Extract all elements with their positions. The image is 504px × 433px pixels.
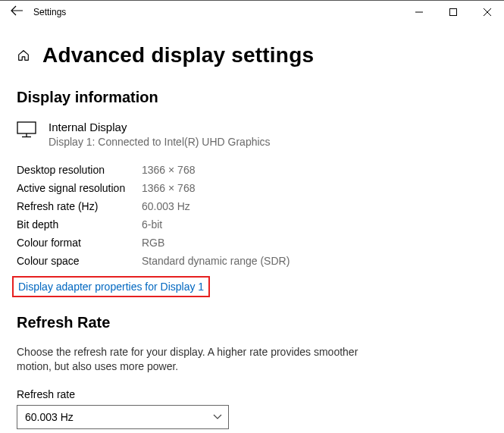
highlight-box: Display adapter properties for Display 1 [12,276,210,297]
window-title: Settings [33,7,402,17]
display-info-table: Desktop resolution 1366 × 768 Active sig… [17,161,290,270]
table-row: Bit depth 6-bit [17,215,290,234]
svg-rect-1 [449,9,456,16]
page-header: Advanced display settings [17,43,487,67]
minimize-icon [415,8,423,16]
info-label: Active signal resolution [17,179,142,197]
display-information-heading: Display information [17,89,487,106]
refresh-rate-field-label: Refresh rate [17,388,487,400]
display-device-name: Internal Display [49,120,271,135]
info-label: Bit depth [17,215,142,234]
back-button[interactable] [0,1,33,24]
maximize-icon [449,8,457,16]
info-label: Refresh rate (Hz) [17,197,142,215]
table-row: Refresh rate (Hz) 60.003 Hz [17,197,290,215]
close-icon [484,8,491,16]
minimize-button[interactable] [402,1,436,24]
home-icon[interactable] [17,49,30,62]
titlebar: Settings [0,1,504,24]
table-row: Colour space Standard dynamic range (SDR… [17,252,290,270]
window-controls [402,1,504,24]
chevron-down-icon [213,412,222,422]
info-label: Colour space [17,252,142,270]
info-label: Colour format [17,234,142,252]
info-value: 1366 × 768 [142,161,290,179]
info-value: 60.003 Hz [142,197,290,215]
info-label: Desktop resolution [17,161,142,179]
table-row: Colour format RGB [17,234,290,252]
table-row: Desktop resolution 1366 × 768 [17,161,290,179]
refresh-rate-dropdown[interactable]: 60.003 Hz [17,405,229,429]
display-adapter-properties-link[interactable]: Display adapter properties for Display 1 [18,281,204,293]
page-title: Advanced display settings [42,43,314,67]
content-area: Advanced display settings Display inform… [0,24,504,429]
display-device: Internal Display Display 1: Connected to… [17,120,487,149]
table-row: Active signal resolution 1366 × 768 [17,179,290,197]
monitor-icon [17,121,36,140]
refresh-rate-selected-value: 60.003 Hz [25,411,74,423]
refresh-rate-description: Choose the refresh rate for your display… [17,345,365,375]
info-value: 6-bit [142,215,290,234]
arrow-left-icon [11,5,23,16]
close-button[interactable] [470,1,504,24]
info-value: Standard dynamic range (SDR) [142,252,290,270]
display-device-subtitle: Display 1: Connected to Intel(R) UHD Gra… [49,135,271,149]
maximize-button[interactable] [436,1,470,24]
info-value: 1366 × 768 [142,179,290,197]
refresh-rate-heading: Refresh Rate [17,314,487,331]
svg-rect-2 [17,122,36,133]
info-value: RGB [142,234,290,252]
